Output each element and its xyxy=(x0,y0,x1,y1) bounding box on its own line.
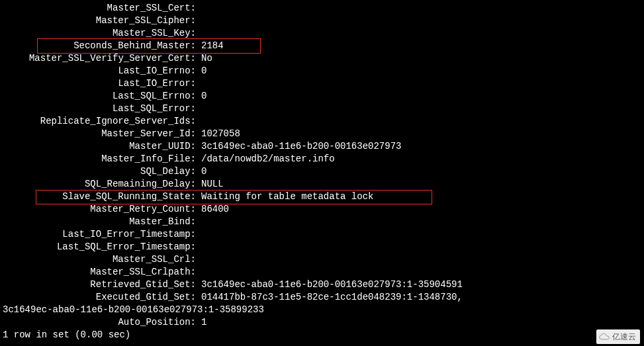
output-row: Master_SSL_Cipher: xyxy=(0,15,644,27)
output-row: Retrieved_Gtid_Set:3c1649ec-aba0-11e6-b2… xyxy=(0,279,644,291)
output-row: Last_IO_Errno:0 xyxy=(0,65,644,77)
field-label: Slave_SQL_Running_State: xyxy=(0,191,199,203)
field-value: 0 xyxy=(199,90,207,103)
field-label: Auto_Position: xyxy=(0,316,199,329)
output-row: Master_Server_Id:1027058 xyxy=(0,128,644,140)
output-row: Master_SSL_Crl: xyxy=(0,253,644,266)
field-value xyxy=(199,241,201,253)
output-row: Slave_SQL_Running_State:Waiting for tabl… xyxy=(0,191,644,203)
field-value: 3c1649ec-aba0-11e6-b200-00163e027973:1-3… xyxy=(199,279,463,291)
field-label: Master_SSL_Crl: xyxy=(0,253,199,266)
field-value: 0 xyxy=(199,165,207,178)
output-row: Master_Info_File:/data/nowdb2/master.inf… xyxy=(0,153,644,165)
field-value xyxy=(199,228,201,241)
field-value xyxy=(199,103,201,115)
output-row: Master_SSL_Cert: xyxy=(0,2,644,15)
field-label: Master_Info_File: xyxy=(0,153,199,165)
output-row: Last_IO_Error_Timestamp: xyxy=(0,228,644,241)
field-label: Master_Retry_Count: xyxy=(0,203,199,216)
field-label: Retrieved_Gtid_Set: xyxy=(0,279,199,291)
output-row: Master_SSL_Verify_Server_Cert:No xyxy=(0,52,644,65)
field-label: Master_SSL_Cipher: xyxy=(0,15,199,27)
output-row: SQL_Remaining_Delay:NULL xyxy=(0,178,644,191)
field-label: Last_IO_Error: xyxy=(0,77,199,90)
output-row: Master_Retry_Count:86400 xyxy=(0,203,644,216)
field-label: Last_IO_Error_Timestamp: xyxy=(0,228,199,241)
field-label: Master_SSL_Verify_Server_Cert: xyxy=(0,52,199,65)
field-label: Last_SQL_Error_Timestamp: xyxy=(0,241,199,253)
field-label: SQL_Delay: xyxy=(0,165,199,178)
field-label: Last_SQL_Error: xyxy=(0,103,199,115)
output-row: Auto_Position:1 xyxy=(0,316,644,329)
output-row: Last_IO_Error: xyxy=(0,77,644,90)
field-label: Master_SSL_Cert: xyxy=(0,2,199,15)
field-label: Replicate_Ignore_Server_Ids: xyxy=(0,115,199,128)
field-label: Master_SSL_Crlpath: xyxy=(0,266,199,279)
output-row: Executed_Gtid_Set:014417bb-87c3-11e5-82c… xyxy=(0,291,644,304)
field-value: No xyxy=(199,52,212,65)
continuation-line: 3c1649ec-aba0-11e6-b200-00163e027973:1-3… xyxy=(0,304,644,316)
watermark: 亿速云 xyxy=(596,329,640,344)
cloud-icon xyxy=(599,333,610,341)
field-value: Waiting for table metadata lock xyxy=(199,191,373,203)
field-value: 0 xyxy=(199,65,207,77)
output-row: Last_SQL_Errno:0 xyxy=(0,90,644,103)
field-label: Executed_Gtid_Set: xyxy=(0,291,199,304)
output-row: Last_SQL_Error: xyxy=(0,103,644,115)
field-value: 3c1649ec-aba0-11e6-b200-00163e027973 xyxy=(199,140,401,153)
output-row: Last_SQL_Error_Timestamp: xyxy=(0,241,644,253)
field-value xyxy=(199,266,201,279)
field-label: Master_SSL_Key: xyxy=(0,27,199,40)
field-value xyxy=(199,216,201,228)
output-row: Seconds_Behind_Master:2184 xyxy=(0,40,644,52)
field-value: NULL xyxy=(199,178,224,191)
output-row: Master_Bind: xyxy=(0,216,644,228)
output-row: Master_SSL_Key: xyxy=(0,27,644,40)
field-value: 86400 xyxy=(199,203,229,216)
field-value xyxy=(199,253,201,266)
field-value xyxy=(199,27,201,40)
output-row: Replicate_Ignore_Server_Ids: xyxy=(0,115,644,128)
field-value: 1027058 xyxy=(199,128,240,140)
terminal-output: Master_SSL_Cert:Master_SSL_Cipher:Master… xyxy=(0,2,644,341)
field-label: Last_IO_Errno: xyxy=(0,65,199,77)
field-label: Master_Server_Id: xyxy=(0,128,199,140)
field-label: Last_SQL_Errno: xyxy=(0,90,199,103)
field-value: 2184 xyxy=(199,40,224,52)
watermark-text: 亿速云 xyxy=(612,331,636,343)
result-summary: 1 row in set (0.00 sec) xyxy=(0,329,644,341)
field-label: SQL_Remaining_Delay: xyxy=(0,178,199,191)
field-value xyxy=(199,115,201,128)
field-value xyxy=(199,2,201,15)
field-value: 014417bb-87c3-11e5-82ce-1cc1de048239:1-1… xyxy=(199,291,463,304)
output-row: SQL_Delay:0 xyxy=(0,165,644,178)
field-value xyxy=(199,77,201,90)
field-label: Seconds_Behind_Master: xyxy=(0,40,199,52)
field-value: 1 xyxy=(199,316,207,329)
output-row: Master_UUID:3c1649ec-aba0-11e6-b200-0016… xyxy=(0,140,644,153)
output-row: Master_SSL_Crlpath: xyxy=(0,266,644,279)
field-value: /data/nowdb2/master.info xyxy=(199,153,335,165)
field-value xyxy=(199,15,201,27)
field-label: Master_UUID: xyxy=(0,140,199,153)
field-label: Master_Bind: xyxy=(0,216,199,228)
